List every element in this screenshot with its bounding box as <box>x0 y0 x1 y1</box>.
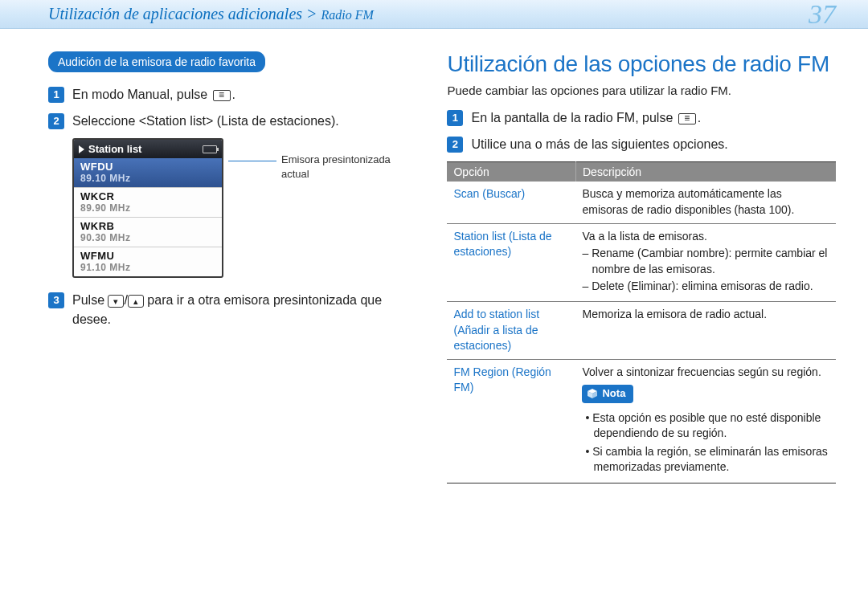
cube-icon <box>587 388 598 399</box>
note-item: Si cambia la región, se eliminarán las e… <box>582 444 829 475</box>
station-frequency: 89.10 MHz <box>80 173 215 184</box>
options-table: Opción Descripción Scan (Buscar) Busca y… <box>447 161 836 483</box>
battery-icon <box>203 145 217 153</box>
option-description: Memoriza la emisora de radio actual. <box>575 301 836 359</box>
menu-icon <box>678 113 696 124</box>
note-list: Esta opción es posible que no esté dispo… <box>582 410 829 475</box>
station-callsign: WFDU <box>80 161 215 173</box>
page-header: Utilización de aplicaciones adicionales … <box>0 0 868 29</box>
station-list-box: Station list WFDU 89.10 MHz WKCR 89.90 M… <box>72 138 223 278</box>
right-step-1-after: . <box>698 111 701 124</box>
station-list-figure: Station list WFDU 89.10 MHz WKCR 89.90 M… <box>72 138 418 278</box>
option-name: Add to station list (Añadir a lista de e… <box>447 301 575 359</box>
desc-lead: Va a la lista de emisoras. <box>582 229 829 245</box>
option-name: Station list (Lista de estaciones) <box>447 223 575 301</box>
left-column: Audición de la emisora de radio favorita… <box>48 51 418 483</box>
option-description: Busca y memoriza automáticamente las emi… <box>575 182 836 223</box>
station-list-header: Station list <box>74 140 222 158</box>
down-arrow-icon: ▾ <box>108 295 124 308</box>
note-item: Esta opción es posible que no esté dispo… <box>582 410 829 442</box>
note-badge: Nota <box>582 385 633 402</box>
step-number-2: 2 <box>48 113 64 129</box>
step-number-1: 1 <box>447 110 463 126</box>
desc-subitem: – Delete (Eliminar): elimina emisoras de… <box>582 279 829 295</box>
desc-lead: Volver a sintonizar frecuencias según su… <box>582 365 829 381</box>
step-1-text-before: En modo Manual, pulse <box>72 88 211 101</box>
station-frequency: 91.10 MHz <box>80 262 215 273</box>
station-callsign: WFMU <box>80 250 215 262</box>
station-callsign: WKRB <box>80 220 215 232</box>
page-number: 37 <box>809 0 836 30</box>
station-callsign: WKCR <box>80 190 215 202</box>
station-frequency: 89.90 MHz <box>80 202 215 214</box>
step-1: 1 En modo Manual, pulse . <box>48 85 418 104</box>
up-arrow-icon: ▴ <box>128 295 144 308</box>
table-row: Add to station list (Añadir a lista de e… <box>447 301 836 359</box>
subsection-pill: Audición de la emisora de radio favorita <box>48 51 265 72</box>
breadcrumb: Utilización de aplicaciones adicionales … <box>48 5 374 23</box>
right-column: Utilización de las opciones de radio FM … <box>447 51 836 483</box>
right-step-2-text: Utilice una o más de las siguientes opci… <box>471 135 836 153</box>
step-number-2: 2 <box>447 137 463 153</box>
step-number-1: 1 <box>48 87 64 103</box>
station-row: WKRB 90.30 MHz <box>74 218 222 247</box>
station-row: WFDU 89.10 MHz <box>74 158 222 188</box>
callout-line <box>228 161 276 161</box>
right-step-1: 1 En la pantalla de la radio FM, pulse . <box>447 108 836 127</box>
table-row: Scan (Buscar) Busca y memoriza automátic… <box>447 182 836 223</box>
breadcrumb-sub: Radio FM <box>321 8 374 22</box>
option-description: Va a la lista de emisoras. – Rename (Cam… <box>575 223 836 301</box>
station-row: WKCR 89.90 MHz <box>74 188 222 218</box>
desc-subitem: – Rename (Cambiar nombre): permite cambi… <box>582 246 829 277</box>
option-description: Volver a sintonizar frecuencias según su… <box>575 359 836 483</box>
table-row: Station list (Lista de estaciones) Va a … <box>447 223 836 301</box>
station-row: WFMU 91.10 MHz <box>74 247 222 276</box>
section-intro: Puede cambiar las opciones para utilizar… <box>447 84 836 97</box>
section-title: Utilización de las opciones de radio FM <box>447 51 836 77</box>
step-2-text: Seleccione <Station list> (Lista de esta… <box>72 112 418 130</box>
station-list-title: Station list <box>88 143 141 155</box>
callout-label: Emisora presintonizada actual <box>281 153 410 181</box>
play-triangle-icon <box>79 145 84 153</box>
step-number-3: 3 <box>48 292 64 308</box>
option-name: Scan (Buscar) <box>447 182 575 223</box>
table-header-option: Opción <box>447 162 575 182</box>
note-label: Nota <box>602 386 625 401</box>
option-name: FM Region (Región FM) <box>447 359 575 483</box>
table-row: FM Region (Región FM) Volver a sintoniza… <box>447 359 836 483</box>
step-3-text-before: Pulse <box>72 293 108 307</box>
right-step-1-before: En la pantalla de la radio FM, pulse <box>471 111 676 124</box>
step-1-text-after: . <box>232 88 235 101</box>
table-header-description: Descripción <box>575 162 836 182</box>
station-frequency: 90.30 MHz <box>80 232 215 243</box>
right-step-2: 2 Utilice una o más de las siguientes op… <box>447 135 836 153</box>
menu-icon <box>213 90 231 101</box>
step-3: 3 Pulse ▾/▴ para ir a otra emisora presi… <box>48 291 418 328</box>
breadcrumb-main: Utilización de aplicaciones adicionales … <box>48 5 321 22</box>
step-2: 2 Seleccione <Station list> (Lista de es… <box>48 112 418 130</box>
